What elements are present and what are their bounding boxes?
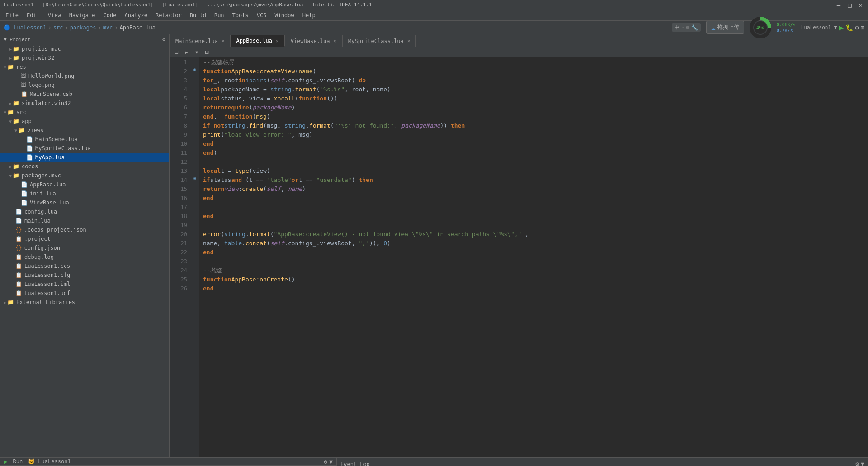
tree-item-proj-win32[interactable]: ▶ 📁 proj.win32 bbox=[0, 53, 169, 62]
maximize-button[interactable]: □ bbox=[846, 1, 853, 9]
tree-item--cocos-project-json[interactable]: {} .cocos-project.json bbox=[0, 225, 169, 234]
menu-item-navigate[interactable]: Navigate bbox=[66, 11, 99, 19]
menu-item-view[interactable]: View bbox=[44, 11, 65, 19]
expand-all-btn[interactable]: ⊞ bbox=[203, 48, 210, 56]
menu-item-tools[interactable]: Tools bbox=[229, 11, 252, 19]
menu-item-analyze[interactable]: Analyze bbox=[121, 11, 151, 19]
run-tab-label[interactable]: Run bbox=[13, 458, 23, 465]
ime-btn2[interactable]: 🔧 bbox=[691, 24, 698, 31]
tree-item-main-lua[interactable]: 📄 main.lua bbox=[0, 216, 169, 225]
tree-item-debug-log[interactable]: 📋 debug.log bbox=[0, 252, 169, 262]
menu-item-refactor[interactable]: Refactor bbox=[152, 11, 185, 19]
menu-item-build[interactable]: Build bbox=[186, 11, 210, 19]
more-btn[interactable]: ⚙ bbox=[855, 24, 859, 31]
tab-appbase-close[interactable]: ✕ bbox=[276, 38, 279, 44]
event-log-header: Event Log ⚙ ▼ bbox=[337, 458, 868, 466]
tab-appbase[interactable]: AppBase.lua ✕ bbox=[231, 35, 285, 47]
upload-button[interactable]: ☁ 拖拽上传 bbox=[706, 21, 744, 34]
tree-item-myspriteclass-lua[interactable]: 📄 MySpriteClass.lua bbox=[0, 144, 169, 153]
nav-packages[interactable]: packages bbox=[70, 24, 96, 31]
line-number-10: 10 bbox=[171, 139, 187, 148]
line-number-20: 20 bbox=[171, 230, 187, 239]
tree-item-mainscene-lua[interactable]: 📄 MainScene.lua bbox=[0, 135, 169, 144]
run-settings-btn[interactable]: ⚙ bbox=[324, 458, 327, 465]
tree-item-config-json[interactable]: {} config.json bbox=[0, 243, 169, 252]
nav-mvc[interactable]: mvc bbox=[103, 24, 113, 31]
run-config-label[interactable]: LuaLesson1 ▼ bbox=[801, 24, 837, 30]
tree-item-cocos[interactable]: ▶ 📁 cocos bbox=[0, 162, 169, 171]
menu-item-help[interactable]: Help bbox=[299, 11, 319, 19]
tree-item-lualesson1-udf[interactable]: 📋 LuaLesson1.udf bbox=[0, 289, 169, 298]
tab-viewbase[interactable]: ViewBase.lua ✕ bbox=[285, 35, 342, 47]
fold-all-btn[interactable]: ⊟ bbox=[173, 48, 179, 56]
tree-item--project[interactable]: 📋 .project bbox=[0, 234, 169, 243]
tree-item-myapp-lua[interactable]: 📄 MyApp.lua bbox=[0, 153, 169, 162]
project-label: ▼ Project bbox=[4, 37, 31, 43]
tree-item-lualesson1-cfg[interactable]: 📋 LuaLesson1.cfg bbox=[0, 271, 169, 280]
nav-project[interactable]: 🔵 LuaLesson1 bbox=[4, 24, 46, 31]
window-controls: – □ ✕ bbox=[835, 1, 864, 9]
editor-toolbar: ⊟ ▸ ▾ ⊞ bbox=[170, 47, 868, 57]
nav-file: AppBase.lua bbox=[120, 24, 156, 31]
tree-item-app[interactable]: ▼ 📁 app bbox=[0, 117, 169, 126]
tree-icon-cocos: 📁 bbox=[13, 163, 19, 170]
tree-item-res[interactable]: ▼ 📁 res bbox=[0, 62, 169, 71]
tree-item-packages-mvc[interactable]: ▼ 📁 packages.mvc bbox=[0, 171, 169, 180]
tree-item-mainscene-csb[interactable]: 📋 MainScene.csb bbox=[0, 90, 169, 99]
expand-btn[interactable]: ▾ bbox=[193, 48, 200, 56]
minimize-button[interactable]: – bbox=[835, 1, 842, 9]
ime-btn[interactable]: ⌨ bbox=[686, 24, 689, 31]
menu-item-vcs[interactable]: VCS bbox=[253, 11, 270, 19]
run-session-label[interactable]: 🐱 LuaLesson1 bbox=[28, 458, 71, 465]
menu-item-edit[interactable]: Edit bbox=[23, 11, 43, 19]
event-log-settings-btn[interactable]: ⚙ bbox=[855, 461, 859, 466]
tab-appbase-label: AppBase.lua bbox=[236, 38, 272, 44]
tree-label-res: res bbox=[16, 64, 26, 70]
tab-mainscene[interactable]: MainScene.lua ✕ bbox=[170, 35, 231, 47]
menu-item-run[interactable]: Run bbox=[211, 11, 228, 19]
nav-src[interactable]: src bbox=[53, 24, 63, 31]
tree-item-helloworld-png[interactable]: 🖼 HelloWorld.png bbox=[0, 71, 169, 81]
event-log-minimize-btn[interactable]: ▼ bbox=[861, 461, 864, 466]
tree-label-.cocos-project.json: .cocos-project.json bbox=[24, 227, 86, 233]
tree-label-MainScene.csb: MainScene.csb bbox=[30, 91, 72, 97]
tree-item-appbase-lua[interactable]: 📄 AppBase.lua bbox=[0, 180, 169, 189]
tree-item-views[interactable]: ▼ 📁 views bbox=[0, 126, 169, 135]
menu-item-window[interactable]: Window bbox=[271, 11, 297, 19]
code-content[interactable]: --创建场景function AppBase:createView(name) … bbox=[199, 57, 868, 457]
tree-label-logo.png: logo.png bbox=[28, 82, 55, 88]
tree-item-external-libraries[interactable]: ▶ 📁 External Libraries bbox=[0, 298, 169, 307]
menu-item-code[interactable]: Code bbox=[100, 11, 120, 19]
layout-btn[interactable]: ⊞ bbox=[861, 24, 864, 31]
tree-item-src[interactable]: ▼ 📁 src bbox=[0, 108, 169, 117]
tree-label-MainScene.lua: MainScene.lua bbox=[35, 136, 78, 143]
tree-item-proj-ios-mac[interactable]: ▶ 📁 proj.ios_mac bbox=[0, 44, 169, 53]
tree-item-config-lua[interactable]: 📄 config.lua bbox=[0, 207, 169, 216]
tree-item-simulator-win32[interactable]: ▶ 📁 simulator.win32 bbox=[0, 99, 169, 108]
tree-icon-LuaLesson1.cfg: 📋 bbox=[15, 272, 22, 278]
line-number-11: 11 bbox=[171, 148, 187, 157]
menu-item-file[interactable]: File bbox=[2, 11, 22, 19]
tree-label-debug.log: debug.log bbox=[24, 254, 54, 260]
code-line-17 bbox=[203, 203, 868, 212]
tree-item-logo-png[interactable]: 🖼 logo.png bbox=[0, 81, 169, 90]
tree-item-lualesson1-ccs[interactable]: 📋 LuaLesson1.ccs bbox=[0, 262, 169, 271]
tree-label-ViewBase.lua: ViewBase.lua bbox=[30, 200, 69, 206]
code-line-18: end bbox=[203, 212, 868, 221]
run-button-top[interactable]: ▶ bbox=[839, 23, 844, 32]
sidebar-settings[interactable]: ⚙ bbox=[162, 36, 165, 43]
debug-button-top[interactable]: 🐛 bbox=[845, 24, 853, 31]
tree-item-viewbase-lua[interactable]: 📄 ViewBase.lua bbox=[0, 198, 169, 207]
close-button[interactable]: ✕ bbox=[857, 1, 864, 9]
tab-mysprite-close[interactable]: ✕ bbox=[407, 38, 410, 44]
tree-item-lualesson1-iml[interactable]: 📋 LuaLesson1.iml bbox=[0, 280, 169, 289]
tab-mysprite[interactable]: MySpriteClass.lua ✕ bbox=[342, 35, 416, 47]
tab-mainscene-label: MainScene.lua bbox=[175, 38, 218, 44]
fold-btn[interactable]: ▸ bbox=[183, 48, 189, 56]
event-log-controls: ⚙ ▼ bbox=[855, 461, 864, 466]
tab-mainscene-close[interactable]: ✕ bbox=[222, 38, 225, 44]
code-editor[interactable]: 1234567891011121314151617181920212223242… bbox=[170, 57, 868, 457]
tab-viewbase-close[interactable]: ✕ bbox=[333, 38, 336, 44]
run-minimize-btn[interactable]: ▼ bbox=[329, 458, 333, 465]
tree-item-init-lua[interactable]: 📄 init.lua bbox=[0, 189, 169, 198]
